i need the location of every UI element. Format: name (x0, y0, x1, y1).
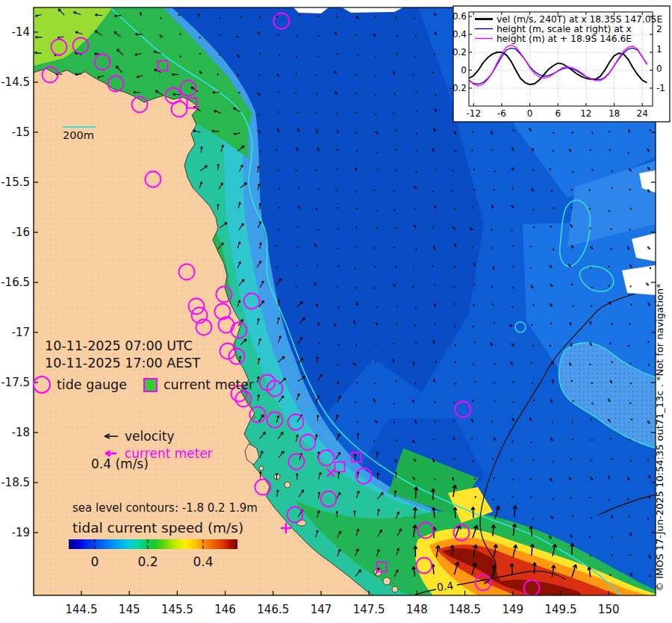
colorbar-tick-label: 0 (91, 554, 99, 569)
colorbar-tickmarks (69, 539, 237, 549)
velocity-scale-label: 0.4 (m/s) (91, 456, 149, 471)
svg-text:24: 24 (637, 108, 648, 119)
svg-text:0.4: 0.4 (452, 29, 467, 40)
svg-text:0.2: 0.2 (452, 47, 467, 58)
lon-tick-label: 144.5 (59, 603, 104, 616)
depth-scale-line (63, 126, 96, 128)
svg-text:0.6: 0.6 (452, 11, 467, 22)
colorbar-tick-label: 0.2 (137, 554, 158, 569)
current-meter-label: current meter (164, 377, 254, 392)
svg-text:6: 6 (555, 108, 561, 119)
velocity-arrow-icon (102, 432, 119, 441)
svg-text:-1: -1 (656, 83, 665, 93)
svg-text:2: 2 (656, 24, 662, 34)
lon-tick-label: 145.5 (155, 603, 199, 616)
datetime-utc: 10-11-2025 07:00 UTC (45, 338, 200, 355)
depth-scale-label: 200m (63, 129, 94, 141)
svg-text:18: 18 (609, 108, 620, 119)
svg-text:1: 1 (656, 44, 662, 55)
sea-level-contour-note: sea level contours: -1.8 0.2 1.9m (72, 501, 258, 515)
lat-tick-label: -18.5 (0, 476, 30, 489)
svg-text:0: 0 (461, 65, 467, 75)
copyright-text: © IMOS 17-Jun-2025 10:54:35 out71_13c . … (654, 114, 665, 592)
svg-text:0: 0 (527, 108, 533, 119)
lat-tick-label: -14 (0, 25, 30, 39)
svg-text:-0.2: -0.2 (449, 83, 467, 93)
station-legend: tide gauge current meter (33, 376, 254, 394)
tide-gauge-icon (33, 376, 51, 394)
lon-tick-label: 147 (299, 603, 343, 616)
svg-text:-6: -6 (497, 108, 506, 119)
inset-legend-label: height (m) at + 18.9S 146.6E (497, 34, 632, 44)
contour-value-label: 0.4 (436, 580, 454, 594)
lat-tick-label: -14.5 (0, 75, 30, 89)
current-meter-icon (143, 378, 158, 392)
lon-tick-label: 146.5 (251, 603, 296, 616)
svg-text:-12: -12 (466, 108, 481, 119)
inset-chart: vel (m/s, 240T) at x 18.35S 147.05Eheigh… (449, 6, 670, 122)
lon-tick-label: 147.5 (346, 603, 391, 616)
lon-tick-label: 148.5 (443, 603, 488, 616)
lat-tick-label: -16 (0, 226, 30, 239)
figure-canvas: vel (m/s, 240T) at x 18.35S 147.05Eheigh… (0, 0, 672, 623)
lat-tick-label: -17.5 (0, 376, 30, 389)
lat-tick-label: -15.5 (0, 176, 30, 189)
domain-notch-top2 (342, 7, 403, 13)
datetime-local: 10-11-2025 17:00 AEST (45, 355, 200, 372)
inset-legend-label: height (m, scale at right) at x (497, 24, 632, 34)
lon-tick-label: 150 (586, 603, 631, 616)
lat-tick-label: -16.5 (0, 276, 30, 289)
lat-tick-label: -19 (0, 526, 30, 539)
colorbar-title: tidal current speed (m/s) (72, 520, 243, 536)
colorbar-tick-label: 0.4 (193, 554, 213, 569)
lon-tick-label: 148 (394, 603, 439, 616)
inset-legend-label: vel (m/s, 240T) at x 18.35S 147.05E (497, 14, 662, 25)
velocity-label: velocity (125, 429, 174, 444)
lat-tick-label: -18 (0, 426, 30, 439)
lon-tick-label: 146 (203, 603, 248, 616)
tide-gauge-label: tide gauge (57, 377, 127, 392)
lat-tick-label: -17 (0, 326, 30, 339)
svg-text:12: 12 (580, 108, 591, 119)
lon-tick-label: 145 (107, 603, 152, 616)
lat-tick-label: -15 (0, 125, 30, 139)
domain-notch-r3 (622, 265, 656, 295)
lon-tick-label: 149 (491, 603, 535, 616)
lon-tick-label: 149.5 (538, 603, 583, 616)
svg-text:0: 0 (656, 63, 662, 74)
datetime-block: 10-11-2025 07:00 UTC 10-11-2025 17:00 AE… (45, 338, 200, 372)
